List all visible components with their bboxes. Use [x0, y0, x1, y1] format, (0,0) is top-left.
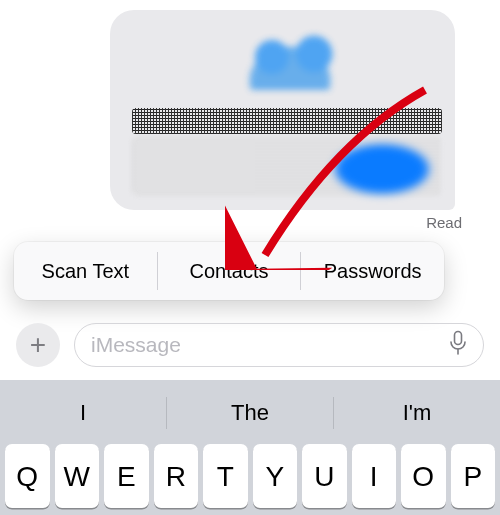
redacted-image: [327, 140, 437, 198]
key-p[interactable]: P: [451, 444, 496, 508]
key-q[interactable]: Q: [5, 444, 50, 508]
popover-item-passwords[interactable]: Passwords: [301, 242, 444, 300]
redacted-text: [132, 108, 442, 134]
key-u[interactable]: U: [302, 444, 347, 508]
suggestion-item[interactable]: I'm: [334, 386, 500, 440]
suggestion-bar: I The I'm: [0, 386, 500, 440]
key-o[interactable]: O: [401, 444, 446, 508]
message-input-placeholder: iMessage: [91, 333, 181, 357]
message-input[interactable]: iMessage: [74, 323, 484, 367]
suggestion-item[interactable]: The: [167, 386, 333, 440]
context-popover: Scan Text Contacts Passwords: [14, 242, 444, 300]
plus-icon: +: [30, 329, 46, 361]
read-receipt-label: Read: [426, 214, 462, 231]
key-r[interactable]: R: [154, 444, 199, 508]
popover-item-contacts[interactable]: Contacts: [158, 242, 301, 300]
svg-rect-0: [455, 332, 462, 345]
microphone-icon[interactable]: [449, 330, 467, 360]
redacted-image: [230, 30, 350, 90]
key-y[interactable]: Y: [253, 444, 298, 508]
key-e[interactable]: E: [104, 444, 149, 508]
keyboard-row: Q W E R T Y U I O P: [0, 440, 500, 508]
suggestion-item[interactable]: I: [0, 386, 166, 440]
add-button[interactable]: +: [16, 323, 60, 367]
key-i[interactable]: I: [352, 444, 397, 508]
composer-bar: + iMessage: [0, 316, 500, 374]
keyboard: I The I'm Q W E R T Y U I O P: [0, 380, 500, 515]
message-bubble: [110, 10, 455, 210]
key-t[interactable]: T: [203, 444, 248, 508]
key-w[interactable]: W: [55, 444, 100, 508]
popover-item-scan-text[interactable]: Scan Text: [14, 242, 157, 300]
